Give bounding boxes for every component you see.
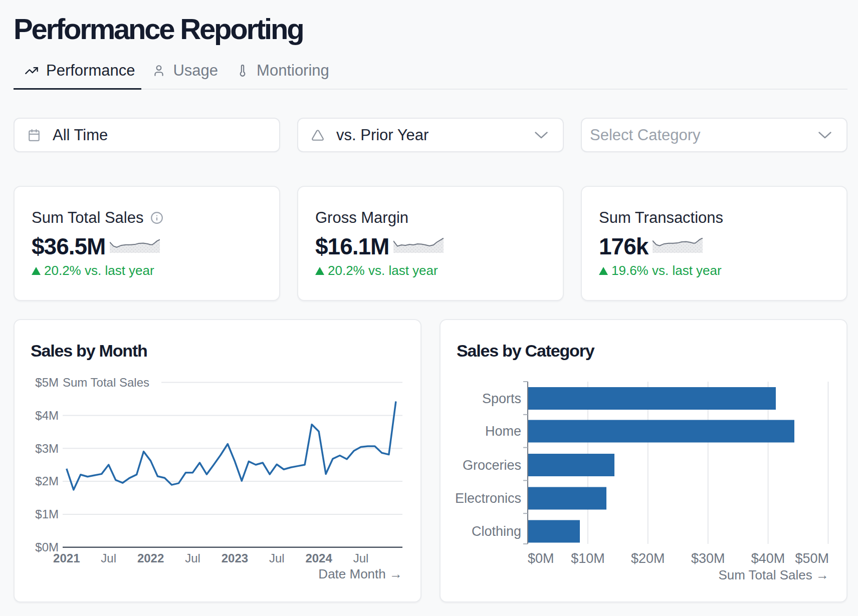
svg-text:$2M: $2M [35, 474, 59, 488]
svg-text:$50M: $50M [795, 551, 829, 566]
svg-text:2023: 2023 [222, 551, 248, 565]
svg-text:Jul: Jul [185, 551, 200, 565]
svg-text:$1M: $1M [35, 507, 59, 521]
svg-text:Sales by Month: Sales by Month [31, 341, 147, 360]
svg-text:2024: 2024 [305, 551, 332, 565]
svg-text:2022: 2022 [137, 551, 164, 565]
svg-text:$0M: $0M [528, 551, 554, 566]
svg-text:$30M: $30M [691, 551, 725, 566]
svg-text:Sports: Sports [482, 391, 521, 406]
svg-text:Home: Home [485, 424, 521, 439]
svg-text:$10M: $10M [571, 551, 605, 566]
svg-text:Sales by Category: Sales by Category [457, 341, 595, 360]
svg-text:$40M: $40M [751, 551, 785, 566]
svg-text:Sum Total Sales: Sum Total Sales [63, 376, 149, 389]
svg-text:$4M: $4M [35, 409, 59, 422]
svg-text:Clothing: Clothing [472, 524, 521, 539]
svg-text:2021: 2021 [53, 551, 80, 565]
svg-text:Sum Total Sales →: Sum Total Sales → [718, 567, 829, 582]
svg-text:$3M: $3M [35, 442, 59, 455]
svg-text:$5M: $5M [35, 376, 59, 389]
svg-text:Jul: Jul [269, 551, 285, 565]
svg-text:Jul: Jul [101, 551, 116, 565]
svg-text:Jul: Jul [353, 551, 369, 565]
svg-text:Groceries: Groceries [463, 458, 521, 473]
svg-text:Electronics: Electronics [455, 491, 521, 506]
svg-text:Date Month →: Date Month → [318, 566, 402, 581]
svg-text:$20M: $20M [631, 551, 665, 566]
